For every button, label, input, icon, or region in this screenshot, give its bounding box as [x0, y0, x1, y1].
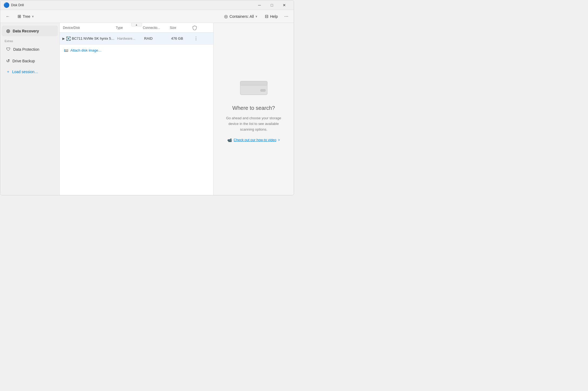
toolbar: ← ⊞ Tree ∨ ◎ Containers: All ∨ ⊟ Help ··… — [0, 10, 294, 23]
drive-backup-icon: ↺ — [6, 58, 10, 63]
how-to-video-link-row: 📹 Check out our how-to video > — [227, 138, 280, 142]
device-type: Hardware... — [115, 36, 142, 40]
more-options-button[interactable]: ··· — [282, 12, 290, 20]
data-recovery-label: Data Recovery — [13, 29, 39, 33]
tree-chevron-icon: ∨ — [32, 15, 34, 18]
close-button[interactable]: ✕ — [278, 1, 290, 9]
right-panel: Where to search? Go ahead and choose you… — [214, 23, 294, 195]
video-icon: 📹 — [227, 138, 232, 142]
title-bar: 🔵 Disk Drill ─ □ ✕ — [0, 0, 294, 10]
table-header: ▲ Device/Disk Type Connectio... Size — [60, 23, 213, 33]
help-button[interactable]: ⊟ Help — [263, 13, 280, 20]
plus-icon: ＋ — [6, 69, 10, 74]
maximize-button[interactable]: □ — [266, 1, 278, 9]
help-label: Help — [270, 14, 278, 19]
containers-chevron-icon: ∨ — [255, 15, 257, 18]
app-icon: 🔵 — [4, 2, 9, 8]
tree-view-label: Tree — [23, 14, 30, 19]
attach-disk-icon: 🖴 — [64, 48, 68, 53]
right-panel-description: Go ahead and choose your storage device … — [224, 115, 283, 132]
content-panel: ▲ Device/Disk Type Connectio... Size ▶ 💽… — [60, 23, 294, 195]
sidebar-item-drive-backup[interactable]: ↺ Drive Backup — [2, 56, 58, 66]
sidebar-item-data-recovery[interactable]: ◎ Data Recovery — [2, 26, 58, 36]
device-list: ▲ Device/Disk Type Connectio... Size ▶ 💽… — [60, 23, 214, 195]
how-to-video-link[interactable]: Check out our how-to video — [234, 138, 276, 142]
containers-button[interactable]: ◎ Containers: All ∨ — [222, 13, 259, 20]
minimize-button[interactable]: ─ — [253, 1, 266, 9]
device-more-button[interactable]: ⋮ — [191, 36, 201, 41]
load-session-button[interactable]: ＋ Load session… — [2, 67, 58, 76]
svg-rect-2 — [261, 89, 265, 91]
svg-rect-1 — [240, 81, 267, 85]
data-recovery-icon: ◎ — [6, 28, 10, 33]
disk-icon: 💽 — [66, 36, 71, 41]
data-protection-label: Data Protection — [13, 47, 39, 52]
link-chevron-icon: > — [278, 138, 280, 142]
window-controls: ─ □ ✕ — [253, 1, 290, 9]
right-panel-title: Where to search? — [232, 105, 275, 111]
device-connection: RAID — [142, 36, 169, 40]
col-header-shield — [189, 23, 200, 32]
table-row[interactable]: ▶ 💽 BC711 NVMe SK hynix 51... Hardware..… — [60, 33, 213, 45]
expand-button[interactable]: ▶ — [60, 37, 66, 40]
attach-disk-row[interactable]: 🖴 Attach disk image… — [60, 45, 213, 56]
extras-label: Extras — [0, 37, 59, 44]
col-header-connection: Connectio... — [141, 24, 168, 32]
main-layout: ◎ Data Recovery Extras 🛡 Data Protection… — [0, 23, 294, 195]
disk-illustration — [235, 76, 273, 98]
toolbar-right: ⊟ Help ··· — [263, 12, 290, 20]
attach-disk-label: Attach disk image… — [70, 48, 102, 52]
help-icon: ⊟ — [265, 14, 268, 19]
col-header-size: Size — [168, 24, 189, 32]
load-session-label: Load session… — [12, 70, 38, 74]
device-size: 476 GB — [169, 36, 191, 40]
sidebar-item-data-protection[interactable]: 🛡 Data Protection — [2, 44, 58, 55]
tree-view-icon: ⊞ — [18, 14, 21, 19]
sidebar: ◎ Data Recovery Extras 🛡 Data Protection… — [0, 23, 60, 195]
tree-view-button[interactable]: ⊞ Tree ∨ — [15, 13, 36, 20]
col-header-device: Device/Disk — [60, 24, 114, 32]
back-button[interactable]: ← — [4, 12, 12, 21]
data-protection-icon: 🛡 — [6, 47, 11, 52]
collapse-button[interactable]: ▲ — [131, 23, 142, 26]
containers-icon: ◎ — [224, 14, 228, 19]
device-name: BC711 NVMe SK hynix 51... — [72, 36, 115, 40]
drive-backup-label: Drive Backup — [12, 59, 35, 63]
app-title: Disk Drill — [11, 3, 253, 7]
containers-label: Containers: All — [229, 14, 254, 19]
